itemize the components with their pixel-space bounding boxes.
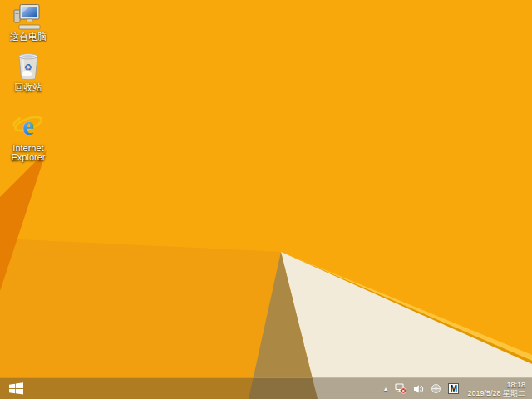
desktop-icon-label: 这台电脑 — [10, 32, 47, 42]
tray-utility-icon[interactable] — [431, 383, 441, 394]
windows-logo-icon — [9, 382, 23, 395]
internet-explorer-icon: e — [12, 111, 44, 142]
volume-icon[interactable] — [413, 384, 424, 394]
desktop-icon-recycle-bin[interactable]: ♻ 回收站 — [2, 51, 55, 92]
system-tray: ▲ M 18:18 2019/5/28 星期二 — [383, 378, 532, 399]
desktop-icon-label: Internet Explorer — [2, 144, 54, 162]
desktop-icon-this-pc[interactable]: 这台电脑 — [2, 2, 55, 42]
desktop-icon-label: 回收站 — [15, 83, 42, 92]
clock-date: 2019/5/28 星期二 — [467, 389, 525, 397]
wallpaper-lower-facet — [0, 239, 281, 399]
svg-text:♻: ♻ — [24, 62, 32, 73]
input-method-indicator[interactable]: M — [448, 383, 459, 394]
desktop-wallpaper[interactable] — [0, 0, 532, 399]
this-pc-icon — [12, 2, 44, 31]
desktop-icon-internet-explorer[interactable]: e Internet Explorer — [2, 111, 55, 162]
taskbar[interactable]: ▲ M 18:18 2019/5/28 星期二 — [0, 377, 532, 399]
clock-time: 18:18 — [467, 381, 525, 389]
network-disconnected-icon[interactable] — [395, 383, 406, 394]
recycle-bin-icon: ♻ — [16, 51, 41, 81]
show-hidden-icons-button[interactable]: ▲ — [383, 386, 389, 392]
windows-desktop: 这台电脑 ♻ 回收站 e Internet Explorer — [0, 0, 532, 399]
svg-text:e: e — [22, 111, 34, 140]
taskbar-clock[interactable]: 18:18 2019/5/28 星期二 — [466, 381, 529, 397]
start-button[interactable] — [0, 378, 32, 399]
